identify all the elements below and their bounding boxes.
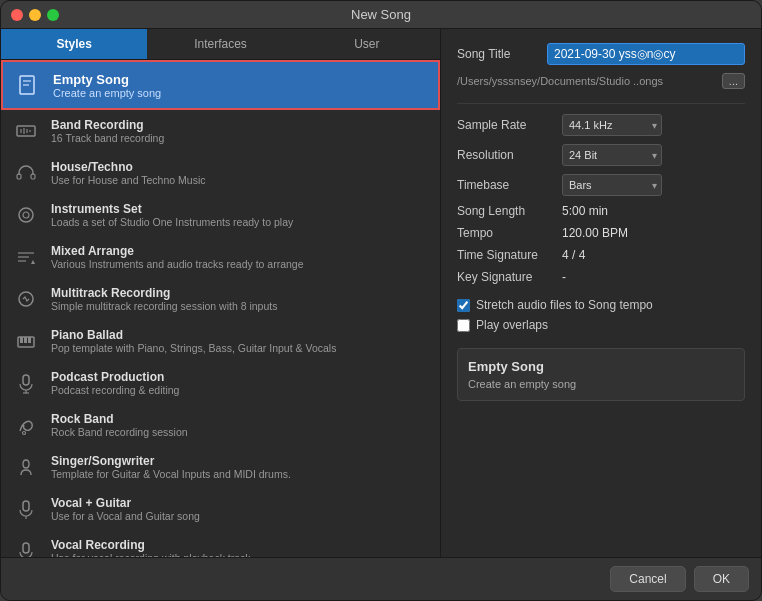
key-signature-label: Key Signature <box>457 270 562 284</box>
song-title-input[interactable] <box>547 43 745 65</box>
singer-songwriter-text: Singer/Songwriter Template for Guitar & … <box>51 454 291 480</box>
podcast-production-text: Podcast Production Podcast recording & e… <box>51 370 179 396</box>
tempo-label: Tempo <box>457 226 562 240</box>
vocal-guitar-title: Vocal + Guitar <box>51 496 200 510</box>
stretch-checkbox-label[interactable]: Stretch audio files to Song tempo <box>476 298 653 312</box>
sample-rate-select[interactable]: 44.1 kHz 48 kHz 96 kHz <box>562 114 662 136</box>
play-overlaps-checkbox[interactable] <box>457 319 470 332</box>
path-browse-button[interactable]: ... <box>722 73 745 89</box>
list-item-rock-band[interactable]: Rock Band Rock Band recording session <box>1 404 440 446</box>
podcast-production-subtitle: Podcast recording & editing <box>51 384 179 396</box>
rock-band-title: Rock Band <box>51 412 188 426</box>
mixed-arrange-text: Mixed Arrange Various Instruments and au… <box>51 244 304 270</box>
prop-row-resolution: Resolution 24 Bit 16 Bit 32 Bit <box>457 144 745 166</box>
instruments-set-text: Instruments Set Loads a set of Studio On… <box>51 202 293 228</box>
headphones-icon <box>11 158 41 188</box>
vocal-recording-title: Vocal Recording <box>51 538 251 552</box>
rock-band-text: Rock Band Rock Band recording session <box>51 412 188 438</box>
ok-button[interactable]: OK <box>694 566 749 592</box>
prop-row-sample-rate: Sample Rate 44.1 kHz 48 kHz 96 kHz <box>457 114 745 136</box>
prop-row-song-length: Song Length 5:00 min <box>457 204 745 218</box>
house-techno-subtitle: Use for House and Techno Music <box>51 174 205 186</box>
tab-interfaces[interactable]: Interfaces <box>147 29 293 59</box>
tab-styles[interactable]: Styles <box>1 29 147 59</box>
empty-song-title: Empty Song <box>53 72 161 87</box>
time-signature-label: Time Signature <box>457 248 562 262</box>
song-title-label: Song Title <box>457 47 537 61</box>
cancel-button[interactable]: Cancel <box>610 566 685 592</box>
right-panel: Song Title /Users/ysssnsey/Documents/Stu… <box>441 29 761 557</box>
bottom-buttons: Cancel OK <box>1 557 761 600</box>
song-length-label: Song Length <box>457 204 562 218</box>
window-title: New Song <box>351 7 411 22</box>
play-overlaps-checkbox-row: Play overlaps <box>457 318 745 332</box>
piano-ballad-text: Piano Ballad Pop template with Piano, St… <box>51 328 336 354</box>
svg-rect-3 <box>17 126 35 136</box>
song-length-value: 5:00 min <box>562 204 608 218</box>
list-item-empty-song[interactable]: Empty Song Create an empty song <box>1 60 440 110</box>
list-item-instruments-set[interactable]: Instruments Set Loads a set of Studio On… <box>1 194 440 236</box>
vocal-guitar-text: Vocal + Guitar Use for a Vocal and Guita… <box>51 496 200 522</box>
multitrack-recording-subtitle: Simple multitrack recording session with… <box>51 300 277 312</box>
empty-song-text: Empty Song Create an empty song <box>53 72 161 99</box>
sample-rate-label: Sample Rate <box>457 118 562 132</box>
band-recording-text: Band Recording 16 Track band recording <box>51 118 164 144</box>
empty-song-icon <box>13 70 43 100</box>
multitrack-recording-title: Multitrack Recording <box>51 286 277 300</box>
tempo-value: 120.00 BPM <box>562 226 628 240</box>
svg-rect-27 <box>23 501 29 511</box>
prop-row-time-signature: Time Signature 4 / 4 <box>457 248 745 262</box>
close-button[interactable] <box>11 9 23 21</box>
traffic-lights <box>11 9 59 21</box>
list-item-singer-songwriter[interactable]: Singer/Songwriter Template for Guitar & … <box>1 446 440 488</box>
multitrack-recording-text: Multitrack Recording Simple multitrack r… <box>51 286 277 312</box>
svg-rect-22 <box>28 337 31 343</box>
timebase-label: Timebase <box>457 178 562 192</box>
list-item-band-recording[interactable]: Band Recording 16 Track band recording <box>1 110 440 152</box>
instruments-set-subtitle: Loads a set of Studio One Instruments re… <box>51 216 293 228</box>
band-recording-title: Band Recording <box>51 118 164 132</box>
piano-icon <box>11 326 41 356</box>
vocal-guitar-subtitle: Use for a Vocal and Guitar song <box>51 510 200 522</box>
main-content: Styles Interfaces User Empty <box>1 29 761 557</box>
list-item-mixed-arrange[interactable]: Mixed Arrange Various Instruments and au… <box>1 236 440 278</box>
style-list[interactable]: Empty Song Create an empty song <box>1 60 440 557</box>
svg-point-11 <box>23 212 29 218</box>
house-techno-title: House/Techno <box>51 160 205 174</box>
house-techno-text: House/Techno Use for House and Techno Mu… <box>51 160 205 186</box>
vocal-guitar-icon <box>11 494 41 524</box>
tab-user[interactable]: User <box>294 29 440 59</box>
mixed-arrange-title: Mixed Arrange <box>51 244 304 258</box>
resolution-select[interactable]: 24 Bit 16 Bit 32 Bit <box>562 144 662 166</box>
podcast-icon <box>11 368 41 398</box>
timebase-select[interactable]: Bars Seconds <box>562 174 662 196</box>
vocal-rec-icon <box>11 536 41 557</box>
list-item-podcast-production[interactable]: Podcast Production Podcast recording & e… <box>1 362 440 404</box>
list-item-house-techno[interactable]: House/Techno Use for House and Techno Mu… <box>1 152 440 194</box>
sample-rate-select-wrapper: 44.1 kHz 48 kHz 96 kHz <box>562 114 662 136</box>
prop-row-tempo: Tempo 120.00 BPM <box>457 226 745 240</box>
prop-row-key-signature: Key Signature - <box>457 270 745 284</box>
list-item-multitrack-recording[interactable]: Multitrack Recording Simple multitrack r… <box>1 278 440 320</box>
singer-songwriter-subtitle: Template for Guitar & Vocal Inputs and M… <box>51 468 291 480</box>
list-item-vocal-recording[interactable]: Vocal Recording Use for vocal recording … <box>1 530 440 557</box>
left-panel: Styles Interfaces User Empty <box>1 29 441 557</box>
list-item-piano-ballad[interactable]: Piano Ballad Pop template with Piano, St… <box>1 320 440 362</box>
svg-rect-21 <box>24 337 27 343</box>
play-overlaps-label[interactable]: Play overlaps <box>476 318 548 332</box>
list-item-vocal-guitar[interactable]: Vocal + Guitar Use for a Vocal and Guita… <box>1 488 440 530</box>
stretch-checkbox[interactable] <box>457 299 470 312</box>
vocal-recording-text: Vocal Recording Use for vocal recording … <box>51 538 251 557</box>
description-box: Empty Song Create an empty song <box>457 348 745 401</box>
mixed-arrange-subtitle: Various Instruments and audio tracks rea… <box>51 258 304 270</box>
podcast-production-title: Podcast Production <box>51 370 179 384</box>
maximize-button[interactable] <box>47 9 59 21</box>
empty-song-subtitle: Create an empty song <box>53 87 161 99</box>
minimize-button[interactable] <box>29 9 41 21</box>
instruments-icon <box>11 200 41 230</box>
title-bar: New Song <box>1 1 761 29</box>
description-text: Create an empty song <box>468 378 734 390</box>
instruments-set-title: Instruments Set <box>51 202 293 216</box>
path-row: /Users/ysssnsey/Documents/Studio ..ongs … <box>457 73 745 89</box>
tabs-bar: Styles Interfaces User <box>1 29 440 60</box>
